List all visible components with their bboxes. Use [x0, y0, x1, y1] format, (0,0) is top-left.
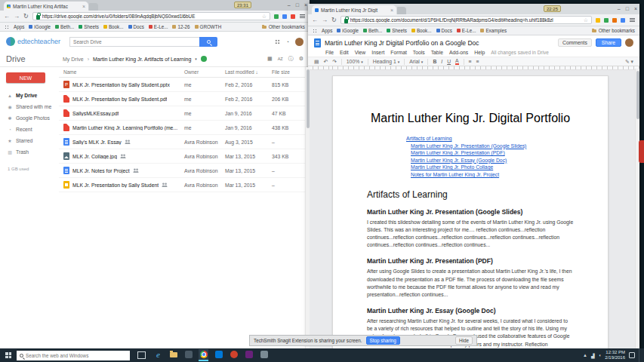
show-hidden-icons[interactable]: ▲ — [583, 353, 587, 357]
menu-view[interactable]: View — [355, 50, 366, 55]
bookmark-item[interactable]: iGoogle — [29, 24, 51, 29]
scrollbar[interactable] — [635, 69, 639, 348]
other-bookmarks[interactable]: Other bookmarks — [592, 28, 635, 33]
start-button[interactable] — [0, 348, 17, 362]
bookmark-item[interactable]: Beth... — [363, 28, 382, 33]
bookmark-item[interactable]: iGoogle — [337, 28, 359, 33]
stop-sharing-button[interactable]: Stop sharing — [366, 336, 400, 345]
apps-label[interactable]: Apps — [14, 24, 24, 29]
breadcrumb-my-drive[interactable]: My Drive — [63, 57, 84, 62]
doc-link-artifacts-of-learning[interactable]: Artifacts of Learning — [406, 135, 574, 143]
bookmark-star-icon[interactable]: ☆ — [584, 17, 588, 23]
new-tab-button[interactable] — [89, 3, 98, 11]
file-row[interactable]: Martin Luther King Jr. Learning Portfoli… — [59, 121, 310, 135]
minimize-button[interactable]: – — [288, 0, 291, 10]
paragraph-style-select[interactable]: Heading 1▾ — [373, 59, 400, 64]
sidebar-item-google-photos[interactable]: ✱Google Photos — [0, 112, 59, 124]
extension-icon[interactable] — [291, 14, 295, 19]
taskbar-app-internet-explorer[interactable]: e — [153, 349, 163, 361]
column-last-modified[interactable]: Last modified ↓ — [225, 69, 272, 75]
bookmark-item[interactable]: Examples — [480, 28, 507, 33]
google-docs-icon[interactable] — [314, 38, 321, 48]
docs-browser-tab[interactable]: Martin Luther King Jr Digit × — [312, 5, 396, 14]
doc-link-martin-luther-king-jr-presentation-pdf[interactable]: Martin Luther King Jr. Presentation (PDF… — [411, 149, 574, 157]
file-row[interactable]: SallysMLKEssay.pdfmeJan 9, 201647 KB — [59, 106, 310, 121]
list-icon[interactable]: ≡ — [476, 59, 479, 64]
extension-icon[interactable] — [596, 18, 600, 23]
text-color-icon[interactable]: A — [455, 58, 459, 65]
back-icon[interactable]: ← — [312, 17, 318, 23]
task-view-icon[interactable] — [137, 351, 146, 359]
italic-icon[interactable]: I — [441, 59, 442, 64]
menu-file[interactable]: File — [325, 50, 334, 55]
underline-icon[interactable]: U — [447, 59, 451, 64]
maximize-button[interactable]: □ — [626, 4, 629, 14]
other-bookmarks[interactable]: Other bookmarks — [262, 24, 305, 29]
taskbar-app[interactable] — [259, 349, 269, 361]
details-info-icon[interactable]: ⓘ — [288, 55, 294, 63]
bookmark-star-icon[interactable]: ☆ — [262, 14, 267, 20]
font-select[interactable]: Arial▾ — [409, 59, 423, 64]
file-row[interactable]: MLK Jr. Presentation by Sally Student.pd… — [59, 92, 310, 106]
network-icon[interactable]: ▟ — [591, 353, 595, 358]
zoom-select[interactable]: 100%▾ — [347, 59, 363, 64]
minimize-button[interactable]: – — [618, 4, 621, 14]
bold-icon[interactable]: B — [433, 59, 436, 64]
menu-format[interactable]: Format — [390, 50, 407, 55]
browser-menu-icon[interactable] — [629, 17, 636, 23]
menu-edit[interactable]: Edit — [340, 50, 349, 55]
apps-grid-icon[interactable] — [5, 25, 9, 29]
close-button[interactable]: × — [304, 0, 307, 10]
extension-icon[interactable] — [274, 14, 279, 19]
extension-icon[interactable] — [604, 18, 609, 23]
reload-icon[interactable]: ↻ — [331, 17, 337, 23]
file-row[interactable]: MLK Jr. Presentation by Sally Student.pp… — [59, 78, 310, 92]
volume-icon[interactable]: ◖ — [599, 353, 602, 357]
sort-az-icon[interactable]: AZ — [278, 57, 283, 61]
back-icon[interactable]: ← — [4, 14, 10, 20]
snagit-edge-tab[interactable] — [639, 140, 644, 163]
undo-icon[interactable]: ↶ — [323, 59, 328, 65]
bookmark-item[interactable]: 12-26 — [172, 24, 190, 29]
bookmark-item[interactable]: GROWTH — [195, 24, 222, 29]
right-window-titlebar[interactable]: Martin Luther King Jr Digit × 22:25 – □ … — [308, 4, 639, 14]
menu-insert[interactable]: Insert — [371, 50, 384, 55]
browser-menu-icon[interactable] — [299, 14, 306, 19]
bookmark-item[interactable]: Book... — [103, 24, 124, 29]
taskbar-app-snagit[interactable] — [229, 349, 239, 361]
scrollbar[interactable] — [305, 67, 310, 348]
settings-gear-icon[interactable]: ⚙ — [299, 56, 304, 62]
taskbar-app-file-explorer[interactable] — [168, 349, 178, 361]
bookmark-item[interactable]: E-Le... — [457, 28, 476, 33]
left-window-titlebar[interactable]: Martin Luther King Artifac × 23:31 – □ × — [0, 0, 310, 11]
folder-menu-caret-icon[interactable]: ▾ — [195, 57, 197, 61]
grid-view-icon[interactable]: ▦ — [267, 56, 273, 62]
extension-icon[interactable] — [621, 18, 625, 23]
redo-icon[interactable]: ↷ — [332, 59, 337, 65]
file-row[interactable]: MLK Jr. Presentation by Sally StudentAvr… — [59, 178, 310, 192]
file-row[interactable]: Sally's MLK Jr. EssayAvra RobinsonAug 3,… — [59, 135, 310, 149]
breadcrumb-current-folder[interactable]: Martin Luther King Jr. Artifacts of Lear… — [93, 57, 191, 62]
extension-icon[interactable] — [282, 14, 287, 19]
doc-link-notes-for-martin-luther-king-jr-project[interactable]: Notes for Martin Luther King Jr. Project — [411, 171, 574, 179]
new-button[interactable]: NEW — [6, 72, 45, 83]
print-icon[interactable]: ▤ — [314, 59, 319, 65]
account-avatar[interactable] — [295, 38, 304, 46]
taskbar-app[interactable] — [214, 349, 223, 361]
document-name[interactable]: Martin Luther King Jr Digital Portfolio … — [325, 39, 479, 47]
share-button[interactable]: Share — [596, 38, 621, 47]
tab-close-icon[interactable]: × — [82, 4, 85, 9]
edtechteacher-logo[interactable]: edtechteacher — [6, 37, 60, 46]
sidebar-item-my-drive[interactable]: ▲My Drive — [0, 90, 59, 101]
sidebar-item-trash[interactable]: ▥Trash — [0, 146, 59, 158]
sidebar-item-recent[interactable]: ◔Recent — [0, 124, 59, 135]
bookmark-item[interactable]: Beth... — [55, 24, 74, 29]
taskbar-search-input[interactable] — [26, 353, 127, 358]
scrollbar-thumb[interactable] — [636, 71, 639, 119]
doc-link-martin-luther-king-jr-essay-google-doc[interactable]: Martin Luther King Jr. Essay (Google Doc… — [411, 157, 574, 164]
notifications-bell-icon[interactable]: ◔ — [286, 39, 289, 44]
close-button[interactable]: × — [634, 4, 637, 14]
bookmark-item[interactable]: E-Le... — [149, 24, 168, 29]
bookmark-item[interactable]: Sheets — [79, 24, 99, 29]
extension-icon[interactable] — [612, 18, 617, 23]
